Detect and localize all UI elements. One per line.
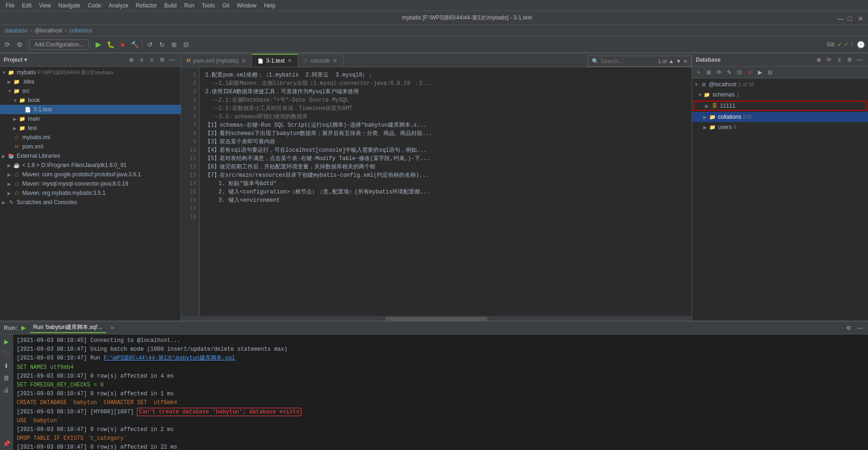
menu-help[interactable]: Help [260,1,279,10]
db-item-schemas[interactable]: ▼ 📁 schemas 1 [692,90,868,100]
tree-item-scratches[interactable]: ▶ ✎ Scratches and Consoles [0,198,181,207]
menu-file[interactable]: File [2,1,18,10]
tree-item-src[interactable]: ▼ 📁 src [0,86,181,96]
tree-arrow: ▶ [2,200,6,205]
run-tab-active[interactable]: Run 'babytun建库脚本.sql'... [30,322,106,333]
project-expand-icon[interactable]: ≡ [137,55,146,64]
breadcrumb-localhost[interactable]: @localhost [34,27,62,34]
project-settings-icon[interactable]: ⚙ [157,55,167,64]
vcs-button[interactable]: ⊞ [168,39,180,50]
db-sync-icon[interactable]: ⊕ [814,55,823,64]
menu-refactor[interactable]: Refactor [132,1,161,10]
run-pin-icon[interactable]: 📌 [1,438,12,449]
db-item-11111[interactable]: ▶ 🗄 11111 [693,101,867,111]
search-close[interactable]: ✕ [683,58,687,64]
menu-code[interactable]: Code [84,1,105,10]
git-history-icon[interactable]: 🕐 [855,39,866,50]
db-delete-icon[interactable]: ✕ [745,68,754,77]
redo-button[interactable]: ↻ [156,39,168,50]
tree-item-jdk[interactable]: ▶ ☕ < 1.8 > D:\Program Files\Java\jdk1.8… [0,161,181,170]
tree-item-maven1[interactable]: ▶ ⬡ Maven: com.google.protobuf:protobuf-… [0,170,181,179]
db-sql-icon[interactable]: ▶ [755,68,764,77]
menu-build[interactable]: Build [161,1,181,10]
menu-git[interactable]: Git [219,1,233,10]
db-nav-icon[interactable]: ⊡ [735,68,744,77]
tree-item-idea[interactable]: ▶ 📁 .idea [0,77,181,86]
project-collapse-icon[interactable]: ≡ [147,55,156,64]
undo-button[interactable]: ↺ [144,39,155,50]
minimize-button[interactable]: — [837,15,844,21]
build-button[interactable]: 🔨 [129,39,140,50]
tree-item-pom[interactable]: M pom.xml [0,142,181,151]
tree-label: book [28,97,40,103]
db-refresh2-icon[interactable]: ⟳ [714,68,724,77]
debug-button[interactable]: 🐛 [105,39,116,50]
db-item-localhost[interactable]: ▼ 🖥 @localhost 1 of 18 [692,79,868,90]
run-button[interactable]: ▶ [93,39,104,50]
project-hide-icon[interactable]: — [168,55,177,64]
tree-item-maven3[interactable]: ▶ ⬡ Maven: org.mybatis:mybatis:3.5.1 [0,188,181,198]
search-input[interactable] [601,58,656,64]
run-label: Run: [4,324,18,331]
tab-pom-close[interactable]: ✕ [241,58,246,64]
menu-navigate[interactable]: Navigate [55,1,84,10]
menu-view[interactable]: View [35,1,55,10]
tree-item-mybatis[interactable]: ▼ 📁 mybatis F:\WPS源码\44\44-第1次\mybatis [0,68,181,77]
db-hide-icon[interactable]: — [855,55,864,64]
menu-window[interactable]: Window [233,1,260,10]
menu-run[interactable]: Run [181,1,198,10]
run-file-link[interactable]: F:\WPS源码\44\44-第1次\babytun建库脚本.sql [104,355,235,361]
tree-item-mybatis-iml[interactable]: ⬡ mybatis.iml [0,133,181,142]
run-settings-icon[interactable]: ⚙ [844,323,853,333]
tab-console-close[interactable]: ✕ [333,58,337,64]
db-copy-icon[interactable]: ⊞ [704,68,713,77]
editor-scrollbar[interactable] [181,316,692,321]
run-restart-icon[interactable]: ▶ [1,336,12,347]
add-configuration-button[interactable]: Add Configuration... [29,39,89,50]
tab-console[interactable]: ⬡ console ✕ [298,54,343,67]
tree-item-3-1-text[interactable]: 📄 3-1.text [0,105,181,114]
close-button[interactable]: ✕ [858,15,864,21]
code-editor[interactable]: 1.配置pom.xml依赖；（1.mybatis 2.阿里云 3.mysql8）… [200,67,692,316]
db-add-icon[interactable]: + [694,68,703,77]
run-error-box: Can't create database 'babytun'; databas… [137,408,301,416]
run-tab-close[interactable]: ✕ [110,325,115,331]
db-item-users[interactable]: ▶ 📁 users 6 [692,122,868,132]
db-item-collations[interactable]: ▶ 📁 collations 270 [692,112,868,122]
maximize-button[interactable]: □ [848,15,854,21]
search-nav-next[interactable]: ▼ [676,58,681,64]
settings-icon[interactable]: ⚙ [14,39,25,50]
tab-pom[interactable]: M pom.xml (mybatis) ✕ [181,54,252,67]
db-settings-icon[interactable]: ⚙ [845,55,854,64]
run-line: [2021-09-03 08:10:47] Using batch mode (… [17,345,864,354]
db-edit-icon[interactable]: ✎ [725,68,734,77]
db-refresh-icon[interactable]: ⟳ [824,55,834,64]
run-scroll-end-icon[interactable]: ⬇ [1,360,12,371]
code-line-1: 1.配置pom.xml依赖；（1.mybatis 2.阿里云 3.mysql8）… [205,71,686,79]
breadcrumb-collations[interactable]: collations [69,27,92,34]
menu-edit[interactable]: Edit [18,1,35,10]
search-nav-prev[interactable]: ▲ [668,58,674,64]
tree-item-book[interactable]: ▼ 📁 book [0,96,181,105]
breadcrumb-database[interactable]: database [5,27,27,34]
db-filter-icon[interactable]: ≡ [835,55,844,64]
run-play-icon[interactable]: ▶ [21,324,26,331]
vcs-button-2[interactable]: ⊟ [181,39,192,50]
stop-button[interactable]: ■ [117,39,128,50]
db-filter2-icon[interactable]: ⊟ [765,68,775,77]
tree-arrow: ▶ [2,154,6,159]
tree-item-test[interactable]: ▶ 📁 test [0,123,181,133]
menu-analyze[interactable]: Analyze [105,1,132,10]
tree-item-maven2[interactable]: ▶ ⬡ Maven: mysql:mysql-connector-java:8.… [0,179,181,188]
tree-item-ext-lib[interactable]: ▶ 📚 External Libraries [0,151,181,161]
run-print-icon[interactable]: 🖨 [1,385,12,395]
tab-3-1[interactable]: 📄 3-1.text ✕ [252,54,298,67]
menu-tools[interactable]: Tools [198,1,219,10]
run-stop-icon[interactable]: ⬛ [1,348,12,359]
tree-item-main[interactable]: ▶ 📁 main [0,114,181,123]
tab-3-1-close[interactable]: ✕ [287,58,292,64]
sync-icon[interactable]: ⟳ [2,39,13,50]
run-clear-icon[interactable]: 🗑 [1,373,12,383]
project-locate-icon[interactable]: ⊕ [127,55,136,64]
run-minimize-icon[interactable]: — [855,323,864,333]
